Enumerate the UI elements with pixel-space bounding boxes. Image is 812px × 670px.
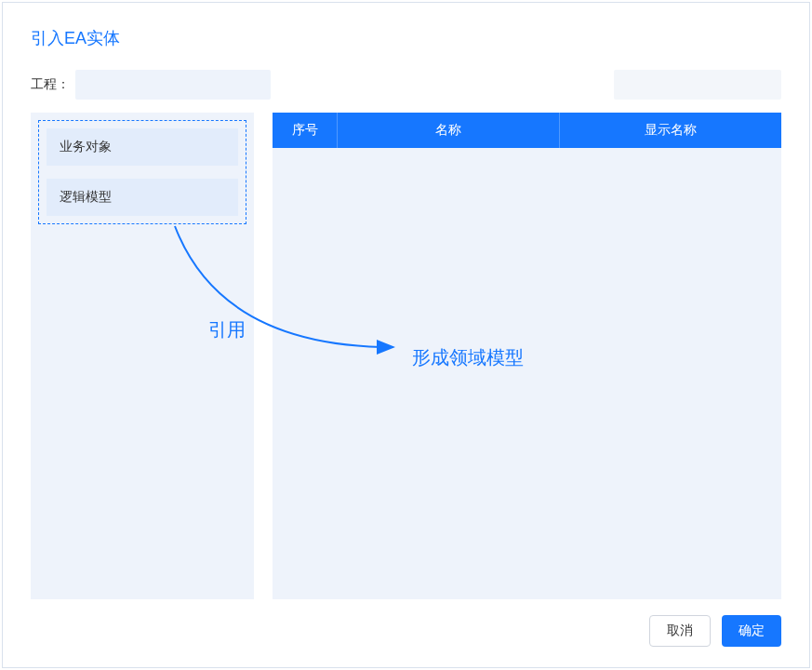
sidebar-item-label: 逻辑模型	[60, 189, 112, 206]
cancel-button[interactable]: 取消	[649, 615, 711, 647]
confirm-button-label: 确定	[739, 623, 765, 637]
th-name: 名称	[338, 113, 560, 148]
th-seq: 序号	[273, 113, 338, 148]
dialog-container: 引入EA实体 工程： 业务对象 逻辑模型 序号	[2, 2, 810, 668]
content-area: 业务对象 逻辑模型 序号 名称 显示名称	[31, 113, 781, 599]
search-box[interactable]	[614, 70, 781, 100]
table-body	[273, 148, 781, 599]
sidebar-highlight-box: 业务对象 逻辑模型	[38, 120, 246, 224]
project-label: 工程：	[31, 76, 70, 93]
main-panel: 序号 名称 显示名称	[273, 113, 781, 599]
table-header: 序号 名称 显示名称	[273, 113, 781, 148]
top-row: 工程：	[31, 70, 781, 100]
confirm-button[interactable]: 确定	[722, 615, 781, 647]
sidebar-item-label: 业务对象	[60, 139, 112, 155]
search-input[interactable]	[632, 77, 795, 92]
project-input[interactable]	[75, 70, 271, 100]
sidebar: 业务对象 逻辑模型	[31, 113, 254, 599]
th-display-name: 显示名称	[560, 113, 781, 148]
dialog-title: 引入EA实体	[31, 27, 781, 49]
cancel-button-label: 取消	[667, 623, 693, 637]
dialog-footer: 取消 确定	[649, 615, 781, 647]
sidebar-item-business-object[interactable]: 业务对象	[47, 128, 238, 166]
sidebar-item-logical-model[interactable]: 逻辑模型	[47, 179, 238, 216]
